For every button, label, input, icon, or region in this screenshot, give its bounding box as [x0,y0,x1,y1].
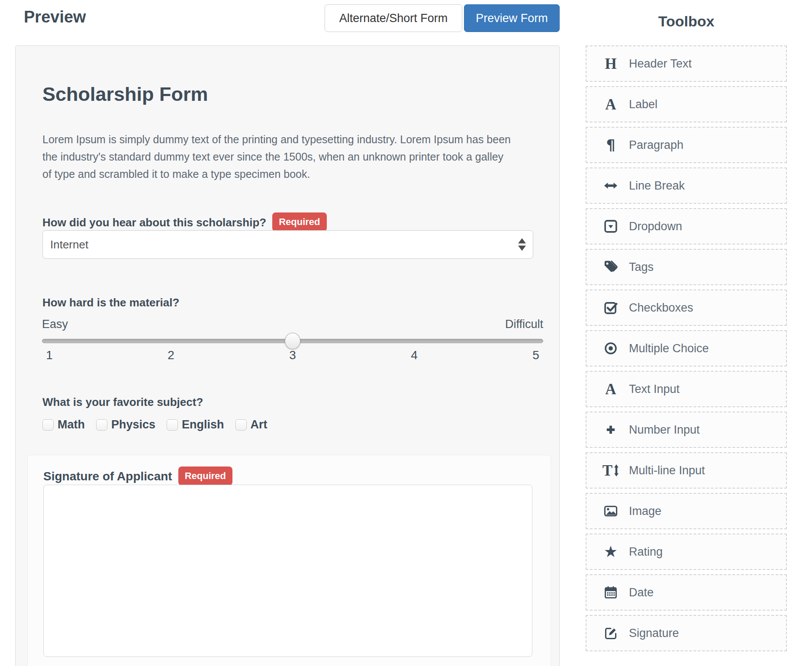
checkbox-option-english[interactable]: English [167,418,224,431]
signature-label-row: Signature of ApplicantRequired [43,467,232,486]
slider-min-label: Easy [42,318,68,331]
toolbox-item-label: Line Break [629,179,685,193]
toolbox-item-label: Image [629,505,661,518]
toolbox-item-label: Multiple Choice [629,342,709,355]
checkbox-option-math[interactable]: Math [42,418,85,431]
form-paragraph: Lorem Ipsum is simply dummy text of the … [42,131,511,183]
checkbox-icon[interactable] [42,419,54,431]
toolbox-item-label: Signature [629,627,679,640]
toolbox-item-label: Label [629,98,657,111]
checkbox-options-row: Math Physics English Art [42,418,267,431]
toolbox-item-label: Dropdown [629,220,682,233]
toolbox-item-label: Checkboxes [629,301,693,315]
form-paragraph-line: of type and scrambled it to make a type … [42,165,511,183]
toolbox-item-label[interactable]: A Label [586,86,787,122]
signature-icon [602,624,619,643]
toolbox-item-label: Date [629,586,654,599]
slider-tick: 2 [164,348,178,362]
image-icon [602,502,619,521]
checkbox-option-physics[interactable]: Physics [96,418,155,431]
checkboxes-icon [602,298,619,317]
arrow-down-icon [518,246,526,251]
checkbox-option-art[interactable]: Art [235,418,267,431]
toolbox-item-label: Multi-line Input [629,464,705,477]
toolbox-item-date[interactable]: Date [586,574,787,611]
slider-tick-labels: 1 2 3 4 5 [42,348,543,362]
toolbox-list: H Header Text A Label ¶ Paragraph Line B… [586,45,787,656]
form-title: Scholarship Form [42,83,208,106]
toolbox-item-signature[interactable]: Signature [586,615,787,651]
slider-tick: 3 [285,348,300,362]
form-paragraph-line: Lorem Ipsum is simply dummy text of the … [42,131,511,148]
slider-question-label: How hard is the material? [42,295,179,310]
toolbox-item-line-break[interactable]: Line Break [586,167,787,204]
toolbox-item-label: Paragraph [629,138,683,152]
form-paragraph-line: the industry's standard dummy text ever … [42,148,511,165]
rating-icon: ★ [602,542,619,561]
toolbox-item-rating[interactable]: ★ Rating [586,534,787,570]
preview-form-button[interactable]: Preview Form [464,4,560,32]
difficulty-slider[interactable] [42,333,543,350]
checkbox-icon[interactable] [235,419,247,431]
alternate-short-form-button-label: Alternate/Short Form [339,12,448,25]
toolbox-item-label: Text Input [629,383,680,396]
required-badge: Required [272,212,326,232]
paragraph-icon: ¶ [602,135,619,154]
slider-minmax-labels: Easy Difficult [42,318,543,331]
slider-handle[interactable] [285,333,300,349]
checkbox-option-label: English [182,418,224,431]
checkbox-icon[interactable] [167,419,178,431]
toolbox-item-text-input[interactable]: A Text Input [586,371,787,407]
toolbox-item-image[interactable]: Image [586,493,787,529]
toolbox-item-checkboxes[interactable]: Checkboxes [586,290,787,326]
toolbox-item-tags[interactable]: Tags [586,249,787,285]
header-text-icon: H [602,54,619,73]
slider-max-label: Difficult [505,318,543,331]
line-break-icon [602,176,619,195]
arrow-up-icon [518,238,526,244]
preview-heading: Preview [24,8,86,26]
date-icon [602,583,619,602]
toolbox-item-header-text[interactable]: H Header Text [586,45,787,82]
multiple-choice-icon [602,339,619,358]
text-input-icon: A [602,380,619,399]
form-preview-panel: Scholarship Form Lorem Ipsum is simply d… [15,45,560,666]
dropdown-question-label-text: How did you hear about this scholarship? [42,216,266,229]
number-input-icon [602,420,619,439]
signature-section-card: Signature of ApplicantRequired [27,455,551,666]
checkbox-question-label: What is your favorite subject? [42,395,203,409]
toolbox-title: Toolbox [586,13,787,30]
dropdown-icon [602,217,619,236]
signature-label-text: Signature of Applicant [43,470,172,483]
toolbox-item-number-input[interactable]: Number Input [586,412,787,448]
toolbox-item-label: Header Text [629,57,692,71]
checkbox-option-label: Art [251,418,267,431]
dropdown-question-label: How did you hear about this scholarship?… [42,212,327,232]
tags-icon [602,257,619,277]
slider-tick: 1 [42,348,57,362]
toolbox-item-dropdown[interactable]: Dropdown [586,208,787,245]
preview-form-button-label: Preview Form [476,12,548,25]
label-icon: A [602,95,619,114]
toolbox-item-multiline-input[interactable]: T Multi-line Input [586,452,787,489]
slider-tick: 5 [528,348,543,362]
slider-tick: 4 [407,348,422,362]
required-badge: Required [178,467,232,486]
toolbox-item-label: Number Input [629,423,700,437]
hear-about-select-value: Internet [50,238,88,251]
toolbox-item-label: Rating [629,545,663,559]
checkbox-option-label: Physics [111,418,155,431]
alternate-short-form-button[interactable]: Alternate/Short Form [325,4,462,32]
toolbox-item-label: Tags [629,261,654,274]
select-stepper-arrows-icon [518,238,526,251]
toolbox-item-paragraph[interactable]: ¶ Paragraph [586,127,787,163]
signature-pad[interactable] [43,485,532,657]
hear-about-select[interactable]: Internet [42,230,533,259]
toolbox-item-multiple-choice[interactable]: Multiple Choice [586,330,787,367]
checkbox-option-label: Math [58,418,85,431]
multiline-input-icon: T [602,461,619,480]
checkbox-icon[interactable] [96,419,107,431]
